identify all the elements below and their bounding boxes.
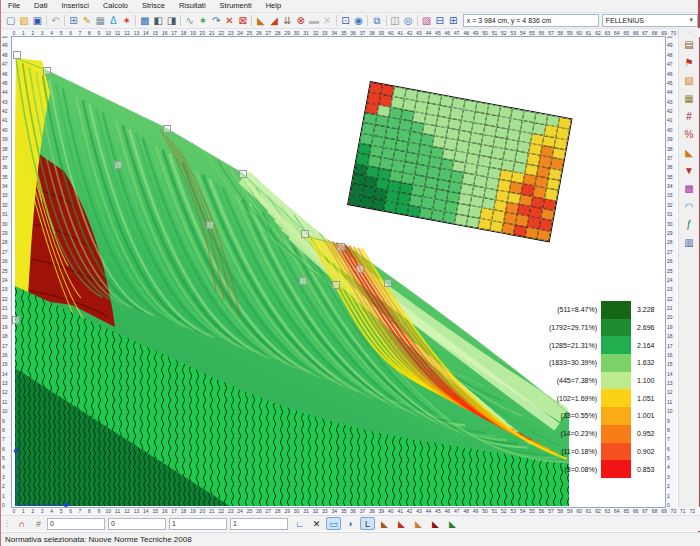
delete-surface-button[interactable]: ✕ — [223, 14, 236, 27]
selection-handle[interactable] — [43, 67, 51, 75]
water-button[interactable]: Δ — [107, 14, 120, 27]
slope-view-2-button[interactable]: ◣ — [394, 517, 409, 530]
legend-range: 3.228 — [637, 306, 655, 313]
selection-handle[interactable] — [356, 265, 364, 273]
percent-button[interactable]: % — [681, 126, 698, 142]
selection-handle[interactable] — [384, 279, 392, 287]
report-button[interactable]: ⊞ — [67, 14, 80, 27]
snap-grid-button[interactable]: # — [31, 517, 46, 530]
orient-tool-button[interactable]: ◗ — [343, 517, 358, 530]
ruler-tick: 61 — [586, 508, 592, 514]
delete-pressure-button[interactable]: ⊗ — [294, 14, 307, 27]
ruler-tick: 33 — [322, 508, 328, 514]
edit-soil-button[interactable]: ✎ — [80, 14, 93, 27]
ruler-tick: 40 — [388, 508, 394, 514]
selection-handle[interactable] — [332, 281, 340, 289]
function-button[interactable]: ƒ — [681, 216, 698, 232]
transform-input-2[interactable] — [108, 518, 166, 530]
ruler-tick: 39 — [2, 136, 8, 142]
ruler-tick: 28 — [667, 239, 673, 245]
reinforcement-button[interactable]: ✶ — [120, 14, 133, 27]
layers-button[interactable]: ▤ — [681, 36, 698, 52]
center-grid-button[interactable]: ✶ — [196, 14, 209, 27]
palette-button[interactable]: ▨ — [420, 14, 433, 27]
method-select[interactable]: FELLENIUS▼ — [602, 14, 699, 27]
slope-view-4-button[interactable]: ◣ — [428, 517, 443, 530]
ruler-tick: 30 — [294, 508, 300, 514]
menu-strisce[interactable]: Strisce — [135, 0, 172, 12]
selection-handle[interactable] — [163, 125, 171, 133]
slope-view-1-button[interactable]: ◣ — [377, 517, 392, 530]
selection-handle[interactable] — [299, 277, 307, 285]
menu-help[interactable]: Help — [259, 0, 288, 12]
delete-tool-button[interactable]: ✕ — [309, 517, 324, 530]
ruler-tool-button[interactable]: L — [360, 517, 375, 530]
texture-button[interactable]: ▦ — [681, 90, 698, 106]
flag-button[interactable]: ⚑ — [681, 54, 698, 70]
new-file-button[interactable]: ▢ — [4, 14, 17, 27]
slope-button[interactable]: ◣ — [681, 144, 698, 160]
selection-handle[interactable] — [337, 243, 345, 251]
section-1-button[interactable]: ◧ — [151, 14, 164, 27]
ruler-tick: 53 — [510, 508, 516, 514]
calc-button[interactable]: ⊟ — [433, 14, 446, 27]
ruler-tick: 46 — [445, 508, 451, 514]
selection-handle[interactable] — [13, 51, 21, 59]
snap-magnet-button[interactable]: ∩ — [14, 517, 29, 530]
ruler-tick: 49 — [473, 508, 479, 514]
transform-input-1[interactable] — [47, 518, 105, 530]
delete-load-button[interactable]: ◢ — [268, 14, 281, 27]
transform-input-4[interactable] — [230, 518, 288, 530]
delete-grid-button[interactable]: ⊠ — [236, 14, 249, 27]
menu-file[interactable]: File — [1, 0, 27, 12]
print-button[interactable]: ◫ — [388, 14, 401, 27]
data-table-button[interactable]: ▦ — [93, 14, 106, 27]
open-file-button[interactable]: ▧ — [17, 14, 30, 27]
slope-view-3-button[interactable]: ◣ — [411, 517, 426, 530]
options-button[interactable]: ⊡ — [339, 14, 352, 27]
selection-handle[interactable] — [12, 316, 20, 324]
share-button[interactable]: ⧉ — [370, 14, 383, 27]
selection-handle[interactable] — [114, 161, 122, 169]
selection-handle[interactable] — [239, 170, 247, 178]
histogram-button[interactable]: ▥ — [681, 234, 698, 250]
add-pressure-button[interactable]: ⇊ — [281, 14, 294, 27]
menu-dati[interactable]: Dati — [27, 0, 54, 12]
legend-range: 0.902 — [637, 448, 655, 455]
filter-button[interactable]: ▼ — [681, 162, 698, 178]
add-load-button[interactable]: ◣ — [254, 14, 267, 27]
menu-risultati[interactable]: Risultati — [172, 0, 213, 12]
selection-handle[interactable] — [206, 221, 214, 229]
ruler-tick: 42 — [2, 108, 8, 114]
menu-strumenti[interactable]: Strumenti — [213, 0, 259, 12]
gradient-button[interactable]: ▩ — [681, 180, 698, 196]
save-file-button[interactable]: ▣ — [31, 14, 44, 27]
ruler-tick: 35 — [2, 174, 8, 180]
cursor-coordinates: x = 3 984 cm, y = 4 836 cm — [463, 14, 599, 27]
tool-disabled-2[interactable]: ✕ — [321, 14, 334, 27]
ruler-tick: 1 — [2, 493, 5, 499]
ruler-tick: 33 — [2, 192, 8, 198]
folder-results-button[interactable]: ▧ — [681, 72, 698, 88]
section-2-button[interactable]: ◨ — [165, 14, 178, 27]
legend-row: (445=7.38%)1.100 — [539, 372, 697, 390]
image-button[interactable]: ▩ — [138, 14, 151, 27]
select-rect-button[interactable]: ▭ — [326, 517, 341, 530]
draw-surface-button[interactable]: ∿ — [183, 14, 196, 27]
curve-button[interactable]: ◠ — [681, 198, 698, 214]
grid-button[interactable]: # — [681, 108, 698, 124]
ruler-tick: 46 — [667, 71, 673, 77]
menu-calcolo[interactable]: Calcolo — [96, 0, 135, 12]
search-button[interactable]: ◎ — [402, 14, 415, 27]
angle-tool-button[interactable]: ∟ — [292, 517, 307, 530]
arc-button[interactable]: ↷ — [210, 14, 223, 27]
slope-view-5-button[interactable]: ◣ — [445, 517, 460, 530]
settings-button[interactable]: ◉ — [352, 14, 365, 27]
menu-inserisci[interactable]: Inserisci — [54, 0, 96, 12]
ruler-tick: 28 — [275, 508, 281, 514]
legend-count: (511=8.47%) — [539, 306, 597, 313]
undo-button[interactable]: ↶ — [49, 14, 62, 27]
tool-disabled-1[interactable]: ▬ — [307, 14, 320, 27]
selection-handle[interactable] — [301, 230, 309, 238]
transform-input-3[interactable] — [169, 518, 227, 530]
